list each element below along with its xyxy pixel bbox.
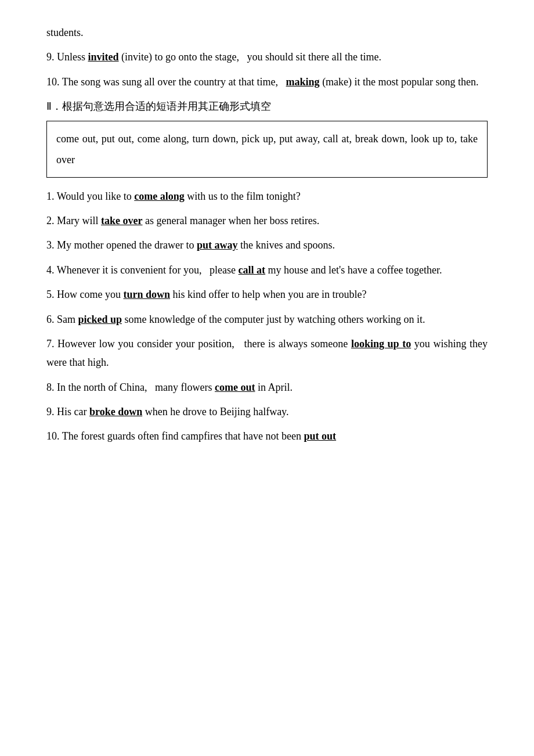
item-9-number: 9. Unless bbox=[46, 51, 88, 63]
item-8-highlight: come out bbox=[215, 381, 255, 393]
item-1-after: with us to the film tonight? bbox=[185, 190, 301, 202]
section-ii-item-1: 1. Would you like to come along with us … bbox=[46, 187, 488, 206]
item-2-after: as general manager when her boss retires… bbox=[142, 215, 319, 226]
item-3-before: 3. My mother opened the drawer to bbox=[46, 239, 197, 251]
section-ii-item-2: 2. Mary will take over as general manage… bbox=[46, 211, 488, 230]
item-8-before: 8. In the north of China, many flowers bbox=[46, 381, 215, 393]
item-1-highlight: come along bbox=[134, 190, 184, 202]
item-9b-after: when he drove to Beijing halfway. bbox=[142, 406, 288, 417]
item-10-highlight: making bbox=[286, 76, 320, 88]
section-i-item-10: 10. The song was sung all over the count… bbox=[46, 73, 488, 91]
section-ii-item-10: 10. The forest guards often find campfir… bbox=[46, 427, 488, 445]
phrase-box: come out, put out, come along, turn down… bbox=[46, 121, 488, 178]
section-ii-item-9: 9. His car broke down when he drove to B… bbox=[46, 402, 488, 421]
item-9-after: (invite) to go onto the stage, you shoul… bbox=[119, 51, 381, 63]
item-9b-before: 9. His car bbox=[46, 406, 89, 417]
section-ii-item-4: 4. Whenever it is convenient for you, pl… bbox=[46, 261, 488, 279]
item-6-before: 6. Sam bbox=[46, 314, 78, 325]
item-2-before: 2. Mary will bbox=[46, 215, 101, 226]
item-10-after: (make) it the most popular song then. bbox=[320, 76, 479, 88]
section-i-item-9: 9. Unless invited (invite) to go onto th… bbox=[46, 48, 488, 66]
item-1-number: 1. Would you like to bbox=[46, 190, 134, 202]
item-4-after: my house and let's have a coffee togethe… bbox=[265, 264, 442, 276]
item-5-before: 5. How come you bbox=[46, 289, 123, 300]
section-ii-item-6: 6. Sam picked up some knowledge of the c… bbox=[46, 310, 488, 329]
item-2-highlight: take over bbox=[101, 215, 142, 226]
item-4-highlight: call at bbox=[239, 264, 266, 276]
item-10-before: 10. The song was sung all over the count… bbox=[46, 76, 286, 88]
section-ii-item-5: 5. How come you turn down his kind offer… bbox=[46, 285, 488, 304]
section-ii-title: Ⅱ．根据句意选用合适的短语并用其正确形式填空 bbox=[46, 97, 488, 116]
phrase-box-text: come out, put out, come along, turn down… bbox=[56, 133, 478, 165]
item-10b-before: 10. The forest guards often find campfir… bbox=[46, 430, 304, 442]
item-9-highlight: invited bbox=[88, 51, 119, 63]
item-7-before: 7. However low you consider your positio… bbox=[46, 338, 351, 350]
item-6-highlight: picked up bbox=[78, 314, 122, 325]
intro-line: students. bbox=[46, 23, 488, 42]
item-3-highlight: put away bbox=[197, 239, 238, 251]
item-9b-highlight: broke down bbox=[89, 406, 142, 417]
item-4-before: 4. Whenever it is convenient for you, pl… bbox=[46, 264, 239, 276]
section-ii-item-3: 3. My mother opened the drawer to put aw… bbox=[46, 236, 488, 254]
item-8-after: in April. bbox=[255, 381, 293, 393]
item-10b-highlight: put out bbox=[304, 430, 337, 442]
item-5-highlight: turn down bbox=[123, 289, 170, 300]
item-6-after: some knowledge of the computer just by w… bbox=[122, 314, 425, 325]
section-ii-item-8: 8. In the north of China, many flowers c… bbox=[46, 378, 488, 397]
intro-text: students. bbox=[46, 27, 84, 38]
section-ii-title-text: Ⅱ．根据句意选用合适的短语并用其正确形式填空 bbox=[46, 100, 271, 112]
item-5-after: his kind offer to help when you are in t… bbox=[170, 289, 367, 300]
item-3-after: the knives and spoons. bbox=[237, 239, 334, 251]
section-ii-item-7: 7. However low you consider your positio… bbox=[46, 334, 488, 372]
item-7-highlight: looking up to bbox=[351, 338, 411, 350]
